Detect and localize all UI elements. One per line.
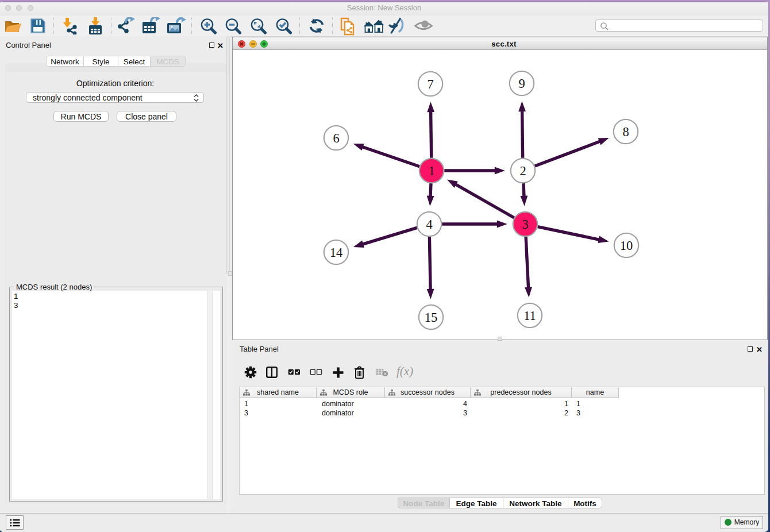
svg-text:7: 7 bbox=[427, 77, 433, 91]
svg-text:8: 8 bbox=[622, 125, 629, 139]
svg-text:10: 10 bbox=[620, 238, 633, 253]
svg-text:6: 6 bbox=[333, 131, 339, 145]
svg-text:15: 15 bbox=[425, 310, 438, 325]
svg-text:11: 11 bbox=[523, 309, 536, 323]
svg-text:2: 2 bbox=[519, 164, 526, 178]
svg-text:3: 3 bbox=[522, 217, 528, 232]
svg-text:4: 4 bbox=[426, 217, 432, 232]
svg-text:9: 9 bbox=[518, 76, 525, 91]
svg-text:1: 1 bbox=[428, 164, 434, 178]
svg-text:14: 14 bbox=[330, 245, 343, 260]
